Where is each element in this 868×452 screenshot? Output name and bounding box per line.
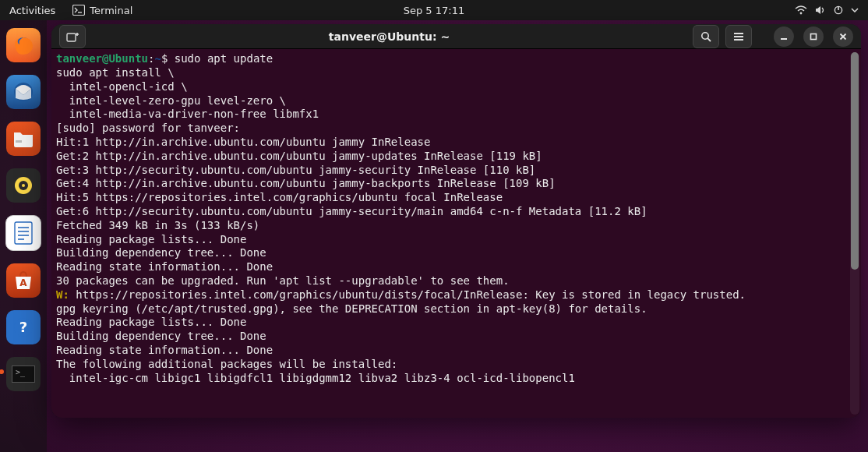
svg-rect-7 — [16, 140, 22, 143]
maximize-icon — [809, 32, 818, 41]
minimize-icon — [779, 32, 789, 41]
files-icon — [12, 129, 34, 148]
prompt-user-host: tanveer@Ubuntu — [56, 52, 148, 65]
hamburger-icon — [733, 32, 744, 41]
terminal-viewport[interactable]: tanveer@Ubuntu:~$ sudo apt update sudo a… — [51, 49, 861, 418]
svg-rect-0 — [73, 5, 85, 16]
power-icon — [834, 5, 843, 15]
dock-item-help[interactable]: ? — [6, 310, 41, 344]
terminal-line: [sudo] password for tanveer: — [56, 122, 240, 134]
dock-item-terminal[interactable]: >_ — [6, 357, 41, 391]
terminal-line: gpg keyring (/etc/apt/trusted.gpg), see … — [56, 302, 647, 315]
new-tab-icon — [66, 31, 79, 42]
prompt-path: ~ — [154, 52, 161, 65]
terminal-line: 30 packages can be upgraded. Run 'apt li… — [56, 274, 510, 287]
dock-item-thunderbird[interactable] — [6, 75, 41, 109]
dock-item-ubuntu-software[interactable]: A — [6, 263, 41, 298]
terminal-line: intel-media-va-driver-non-free libmfx1 — [56, 108, 319, 120]
svg-point-10 — [22, 184, 25, 187]
close-icon — [838, 32, 848, 41]
terminal-line: Get:3 http://security.ubuntu.com/ubuntu … — [56, 164, 535, 176]
maximize-button[interactable] — [803, 26, 824, 47]
terminal-line: Hit:1 http://in.archive.ubuntu.com/ubunt… — [56, 136, 430, 148]
svg-text:A: A — [19, 277, 27, 288]
svg-rect-11 — [15, 222, 32, 244]
terminal-line: Building dependency tree... Done — [56, 246, 266, 259]
terminal-line: Get:6 http://security.ubuntu.com/ubuntu … — [56, 205, 647, 217]
dock-item-libreoffice-writer[interactable] — [5, 215, 41, 251]
terminal-icon: >_ — [12, 365, 35, 383]
network-icon — [795, 5, 807, 15]
command-text: sudo apt update — [175, 52, 273, 65]
dock-item-files[interactable] — [6, 122, 41, 156]
window-title: tanveer@Ubuntu: ~ — [92, 30, 686, 43]
close-button[interactable] — [833, 26, 853, 47]
terminal-line: intel-igc-cm libigc1 libigdfcl1 libigdgm… — [56, 372, 575, 384]
terminal-line: Reading state information... Done — [56, 344, 273, 356]
terminal-line: Fetched 349 kB in 3s (133 kB/s) — [56, 219, 259, 231]
thunderbird-icon — [12, 81, 34, 103]
dock-item-firefox[interactable] — [6, 28, 41, 62]
warning-prefix: W: — [56, 288, 69, 301]
terminal-icon — [72, 5, 85, 16]
scrollbar-thumb[interactable] — [851, 52, 859, 270]
svg-line-23 — [707, 38, 711, 41]
terminal-line: Reading state information... Done — [56, 260, 273, 273]
terminal-line: Building dependency tree... Done — [56, 330, 266, 342]
focused-app-label: Terminal — [90, 5, 132, 16]
new-tab-button[interactable] — [59, 25, 86, 48]
terminal-window: tanveer@Ubuntu: ~ tanveer@Ubuntu:~$ sudo… — [51, 24, 861, 418]
terminal-line: sudo apt install \ — [56, 66, 175, 79]
activities-button[interactable]: Activities — [9, 5, 55, 16]
terminal-line: https://repositories.intel.com/graphics/… — [69, 288, 746, 301]
help-icon: ? — [12, 316, 34, 338]
terminal-line: intel-level-zero-gpu level-zero \ — [56, 94, 286, 107]
minimize-button[interactable] — [774, 26, 794, 47]
terminal-line: Hit:5 https://repositories.intel.com/gra… — [56, 191, 503, 203]
hamburger-menu-button[interactable] — [725, 25, 752, 48]
svg-point-22 — [702, 32, 708, 38]
terminal-line: Get:4 http://in.archive.ubuntu.com/ubunt… — [56, 177, 556, 189]
svg-text:?: ? — [19, 319, 27, 335]
terminal-line: Reading package lists... Done — [56, 316, 246, 328]
speaker-icon — [12, 175, 34, 196]
search-icon — [700, 31, 711, 42]
terminal-line: The following additional packages will b… — [56, 358, 397, 370]
gnome-topbar: Activities Terminal Sep 5 17:11 — [0, 0, 868, 20]
firefox-icon — [12, 34, 35, 57]
volume-icon — [815, 5, 826, 15]
search-button[interactable] — [693, 25, 719, 48]
terminal-line: intel-opencl-icd \ — [56, 80, 188, 93]
terminal-line: Get:2 http://in.archive.ubuntu.com/ubunt… — [56, 150, 542, 162]
window-titlebar: tanveer@Ubuntu: ~ — [51, 24, 861, 49]
terminal-scrollbar[interactable] — [850, 52, 859, 415]
shopping-bag-icon: A — [12, 270, 34, 291]
chevron-down-icon — [851, 8, 859, 12]
ubuntu-dock: A ? >_ — [0, 20, 47, 452]
svg-rect-19 — [67, 34, 76, 41]
focused-app-menu[interactable]: Terminal — [72, 5, 132, 16]
svg-point-2 — [800, 12, 803, 15]
terminal-line: Reading package lists... Done — [56, 233, 246, 245]
svg-rect-28 — [811, 34, 817, 39]
document-icon — [13, 221, 34, 245]
system-status-area[interactable] — [795, 5, 859, 15]
dock-item-rhythmbox[interactable] — [6, 168, 41, 203]
